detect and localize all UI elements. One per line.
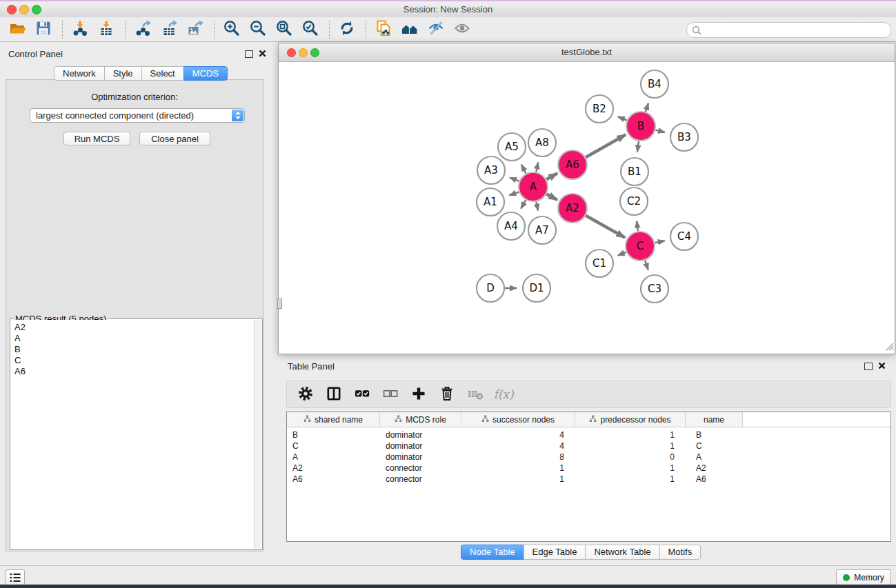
mcds-result-item[interactable]: A2 [14,322,255,333]
graph-edge-A-A6[interactable] [546,173,557,179]
table-row[interactable]: Adominator80A [287,452,890,463]
mcds-result-item[interactable]: A [14,333,255,344]
graph-node-A7[interactable]: A7 [528,216,556,244]
resize-grip-icon[interactable] [885,342,894,353]
tab-motifs[interactable]: Motifs [659,545,701,560]
column-header-predecessor-nodes[interactable]: predecessor nodes [575,412,686,427]
network-window-titlebar[interactable]: testGlobe.txt [279,43,895,62]
search-box[interactable] [686,22,891,38]
result-list-scrollbar[interactable] [254,320,261,549]
graph-node-D1[interactable]: D1 [523,274,550,302]
graph-node-B3[interactable]: B3 [670,123,698,151]
table-row[interactable]: Bdominator41B [287,429,890,440]
run-mcds-button[interactable]: Run MCDS [63,132,130,145]
graph-node-A8[interactable]: A8 [528,129,556,156]
tab-network-table[interactable]: Network Table [585,545,659,560]
criterion-dropdown[interactable]: largest connected component (directed) [30,108,245,123]
save-session-button[interactable] [33,19,54,40]
graph-edge-A-A8[interactable] [536,162,538,172]
mcds-result-item[interactable]: A6 [14,366,255,377]
close-panel-icon[interactable] [878,361,886,372]
float-panel-icon[interactable] [864,363,873,370]
graph-node-A4[interactable]: A4 [497,212,525,240]
graph-edge-C-C2[interactable] [637,221,638,232]
graph-node-A3[interactable]: A3 [477,156,505,184]
memory-button[interactable]: Memory [836,569,891,585]
column-layout-button[interactable] [323,384,344,405]
mcds-result-item[interactable]: B [14,344,255,355]
table-row[interactable]: A2connector11A2 [287,463,890,474]
graph-node-B1[interactable]: B1 [621,158,648,185]
import-table-button[interactable] [96,19,117,40]
import-network-button[interactable] [70,19,90,40]
graph-node-C3[interactable]: C3 [641,275,668,303]
node-table[interactable]: shared nameMCDS rolesuccessor nodesprede… [286,412,891,542]
table-row[interactable]: A6connector11A6 [287,474,890,485]
graph-edge-A-A1[interactable] [509,192,519,195]
zoom-in-button[interactable] [221,19,242,40]
export-image-button[interactable] [185,19,206,40]
refresh-layout-button[interactable] [337,19,357,40]
copy-style-button[interactable] [373,19,394,40]
export-table-button[interactable] [159,19,179,40]
mcds-result-list[interactable]: A2ABCA6 [11,320,255,549]
tab-edge-table[interactable]: Edge Table [524,545,586,560]
graph-edge-A-A4[interactable] [521,200,526,209]
graph-node-C[interactable]: C [626,232,655,261]
search-input[interactable] [704,25,885,36]
graph-edge-A2-C[interactable] [586,216,625,238]
network-graph-canvas[interactable]: B4 B2 B B3 A8 A5 A6 A3 B1 A A1 C2 A2 [279,61,895,354]
tab-node-table[interactable]: Node Table [461,545,524,560]
export-network-button[interactable] [132,19,153,40]
graph-edge-A-A2[interactable] [546,194,557,201]
tab-style[interactable]: Style [104,66,142,81]
graph-node-C2[interactable]: C2 [620,187,648,215]
column-header-name[interactable]: name [686,412,743,427]
column-header-MCDS-role[interactable]: MCDS role [380,412,461,427]
graph-node-B[interactable]: B [626,112,655,141]
column-header-shared-name[interactable]: shared name [287,412,380,427]
graph-edge-C-C3[interactable] [645,261,648,270]
graph-edge-B-B1[interactable] [637,141,639,152]
graph-node-C1[interactable]: C1 [586,250,613,277]
add-row-button[interactable] [408,384,429,405]
graph-node-B2[interactable]: B2 [586,95,613,123]
zoom-selected-button[interactable] [300,19,321,40]
graph-edge-A-A7[interactable] [536,202,538,211]
graph-node-A6[interactable]: A6 [558,150,587,179]
graph-node-A5[interactable]: A5 [498,133,526,161]
select-all-button[interactable] [352,384,372,405]
deselect-all-button[interactable] [380,384,401,405]
table-row[interactable]: Cdominator41C [287,440,890,452]
graph-node-C4[interactable]: C4 [670,223,698,250]
close-panel-button[interactable]: Close panel [139,132,210,145]
gear-button[interactable] [295,384,316,405]
graph-node-B4[interactable]: B4 [641,70,668,98]
show-panel-button[interactable] [452,19,472,40]
float-panel-icon[interactable] [245,50,253,58]
graph-edge-B-B4[interactable] [646,103,648,112]
column-header-successor-nodes[interactable]: successor nodes [461,412,575,427]
graph-node-A[interactable]: A [519,172,548,201]
window-titlebar[interactable]: Session: New Session [0,1,896,18]
home-network-button[interactable] [399,19,420,40]
zoom-fit-button[interactable] [274,19,295,40]
graph-edge-A6-B[interactable] [586,134,626,157]
task-history-button[interactable] [6,569,25,585]
graph-node-A2[interactable]: A2 [558,194,587,223]
close-panel-icon[interactable] [259,49,266,59]
graph-node-A1[interactable]: A1 [477,188,504,216]
open-session-button[interactable] [7,19,28,40]
graph-edge-A-A3[interactable] [510,178,519,181]
graph-edge-B-B3[interactable] [655,130,665,132]
graph-edge-C-C1[interactable] [618,252,626,256]
tab-select[interactable]: Select [141,66,184,81]
tab-mcds[interactable]: MCDS [183,66,228,81]
graph-node-D[interactable]: D [477,274,504,302]
graph-edge-B-B2[interactable] [618,116,627,120]
tab-network[interactable]: Network [54,66,105,81]
splitter-handle[interactable] [277,298,282,309]
zoom-out-button[interactable] [248,19,268,40]
graph-edge-A-A5[interactable] [521,165,526,174]
hide-panel-button[interactable] [426,19,446,40]
